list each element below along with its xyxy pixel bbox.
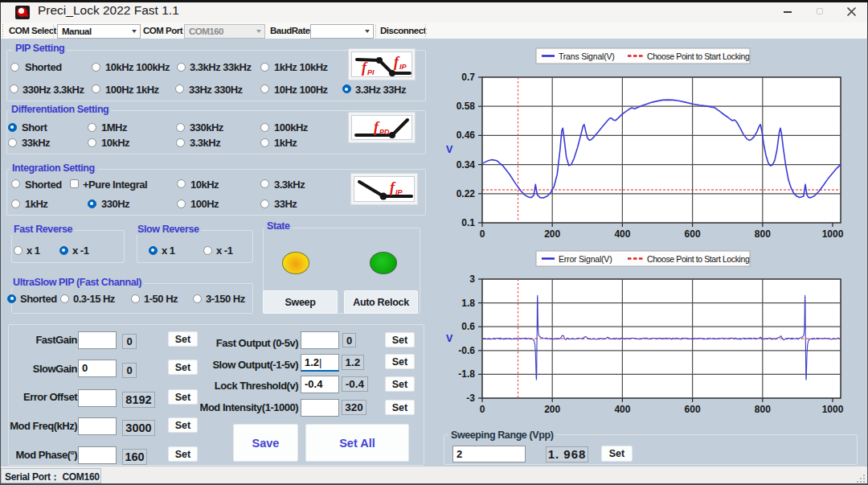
svg-text:V: V xyxy=(446,144,453,155)
svg-text:400: 400 xyxy=(614,404,630,415)
svg-text:Choose Point to Start Locking: Choose Point to Start Locking xyxy=(647,254,750,264)
svg-text:Error Signal(V): Error Signal(V) xyxy=(559,254,612,264)
svg-text:-0.6: -0.6 xyxy=(458,345,475,356)
svg-text:0: 0 xyxy=(480,228,485,240)
svg-text:1000: 1000 xyxy=(822,404,844,415)
svg-text:800: 800 xyxy=(755,228,771,240)
svg-text:200: 200 xyxy=(544,404,560,415)
svg-text:Trans Signal(V): Trans Signal(V) xyxy=(559,51,615,61)
svg-text:Choose Point to Start Locking: Choose Point to Start Locking xyxy=(647,51,750,61)
svg-text:0.1: 0.1 xyxy=(461,217,475,228)
svg-text:-1.8: -1.8 xyxy=(458,368,475,380)
svg-text:V: V xyxy=(446,333,453,344)
svg-text:3: 3 xyxy=(469,273,475,285)
svg-text:800: 800 xyxy=(755,404,771,415)
svg-text:200: 200 xyxy=(544,228,560,240)
svg-text:-3: -3 xyxy=(466,393,475,404)
svg-text:0.7: 0.7 xyxy=(461,72,475,83)
svg-text:0: 0 xyxy=(480,404,485,415)
svg-text:0.6: 0.6 xyxy=(461,321,475,332)
svg-text:0.22: 0.22 xyxy=(457,188,476,199)
svg-text:1.8: 1.8 xyxy=(461,298,475,309)
svg-text:400: 400 xyxy=(614,228,630,240)
svg-text:0.34: 0.34 xyxy=(457,159,476,171)
svg-text:1000: 1000 xyxy=(822,228,844,240)
svg-text:0.58: 0.58 xyxy=(457,101,476,112)
svg-text:600: 600 xyxy=(685,228,701,240)
svg-text:0.46: 0.46 xyxy=(457,129,476,141)
svg-text:600: 600 xyxy=(685,404,701,415)
